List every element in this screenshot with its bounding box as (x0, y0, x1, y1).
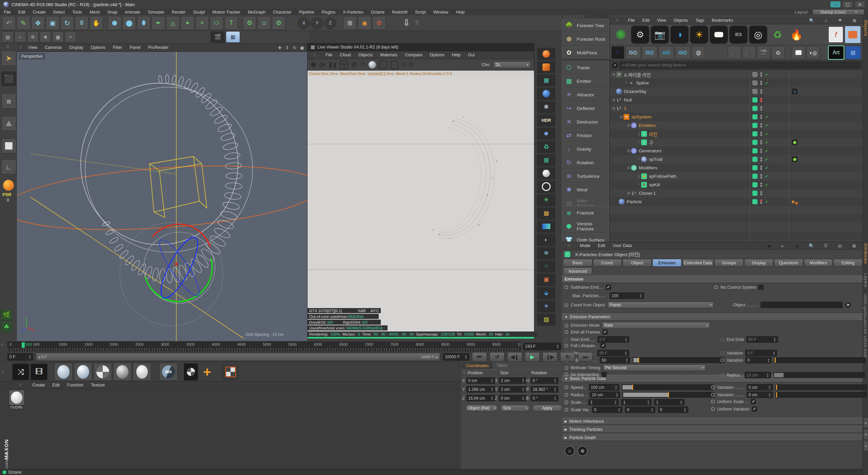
scale-x-field[interactable]: 1▲▼ (588, 399, 619, 405)
om-menu-view[interactable]: View (653, 18, 670, 23)
tree-row-emitters[interactable]: ⊟ ◷ Emitters (610, 121, 656, 130)
live-viewer-title-bar[interactable]: Live Viewer Studio V4.01.1-R2 (8 days le… (308, 43, 534, 51)
render-clip-button[interactable]: 🎬 (211, 31, 225, 43)
diffuse-material-button[interactable] (54, 363, 73, 381)
viewport-menu-filter[interactable]: Filter (109, 45, 126, 50)
speed-slider[interactable] (622, 384, 713, 390)
timeline-playhead[interactable] (22, 342, 25, 348)
octane-environment-tag-icon[interactable]: ◑ (792, 89, 797, 94)
octane-scatter-icon[interactable]: ⁘ (537, 260, 555, 272)
checker-material-button[interactable] (94, 363, 112, 381)
bone-button[interactable]: ⌖ (195, 16, 209, 30)
om-search-input[interactable] (619, 62, 861, 69)
octane-hdr-environment-icon[interactable]: HDR (537, 114, 555, 127)
magnet-tool-button[interactable]: ⌁ (15, 32, 26, 42)
editor-visibility-toggle[interactable] (752, 72, 757, 77)
material-thumbnail[interactable] (9, 391, 24, 405)
reset-icon[interactable]: R (340, 61, 348, 69)
add-material-button[interactable]: + (199, 363, 215, 380)
hdrlightstudio-panel-tab[interactable]: HDRLightStudioC4D v2018.0208 (863, 294, 867, 358)
om-menu-objects[interactable]: Objects (670, 18, 692, 23)
character-gear-button[interactable]: ☺ (257, 16, 271, 30)
menu-select[interactable]: Select (49, 10, 68, 15)
radius-field[interactable]: 10 cm▲▼ (590, 392, 620, 398)
om-add-bookmark-icon[interactable]: ⊞ (847, 18, 862, 23)
menu-animate[interactable]: Animate (121, 10, 144, 15)
apply-button[interactable]: Apply (532, 405, 562, 412)
plugin-forester-tree[interactable]: 🌳 Forester Tree (562, 19, 609, 32)
next-frame-button[interactable]: ❙▶ (542, 352, 557, 362)
octane-vdb-fire-button[interactable]: 🔥 (788, 26, 805, 43)
octane-vdb-icon[interactable]: ▨ (537, 313, 555, 326)
tab-groups[interactable]: Groups (714, 259, 744, 267)
terrain-tool[interactable]: ✋ (90, 16, 103, 30)
gear-settings-button[interactable]: ⚙ (243, 16, 256, 30)
lifespan-variation-field[interactable]: 0 F▲▼ (745, 350, 777, 356)
render-view-button[interactable]: ◉ (358, 16, 371, 30)
viewport-pan-icon[interactable]: ✥ (276, 45, 283, 50)
rotation-b-field[interactable]: 0 °▲▼ (531, 395, 558, 401)
plugin-sidebar-grip-icon[interactable]: ⠿⠿⠿⠿⠿⠿⠿ (563, 15, 585, 19)
clear-search-icon[interactable]: ✕ (612, 62, 618, 68)
palette-grip-icon[interactable]: ⠿ (6, 45, 9, 50)
speed-variation-field[interactable]: 0 cm▲▼ (747, 384, 773, 391)
tab-coord[interactable]: Coord. (593, 259, 622, 267)
octane-scatter-button[interactable]: ♻ (769, 26, 786, 43)
tab-coordinates[interactable]: Coordinates (462, 362, 492, 369)
selection-filter-button[interactable]: ▤ (2, 32, 14, 42)
expand-icon[interactable]: ⊞ (611, 98, 616, 102)
tab-display[interactable]: Display (744, 259, 773, 267)
menu-script[interactable]: Script (411, 10, 430, 15)
rotation-p-field[interactable]: 28.382 °▲▼ (531, 386, 558, 393)
coordinate-system-button[interactable]: ⊞ (343, 16, 357, 30)
om-home-icon[interactable]: ⌂ (819, 18, 833, 23)
tree-row-xparticle-line[interactable]: ⊟ ✳ X-파티클 라인 (610, 70, 651, 79)
om-menu-file[interactable]: File (624, 18, 638, 23)
mirror-tool-button[interactable]: ⧉ (27, 32, 39, 42)
menu-redshift[interactable]: Redshift (388, 10, 411, 15)
tree-row-emitter-sphere[interactable]: └ ⁘ 구 (610, 138, 653, 147)
octane-object-tag-icon[interactable]: ⬙ (537, 287, 555, 299)
thinking-particles-fold[interactable]: ▶Thinking Particles (562, 426, 863, 433)
object-picker-icon[interactable]: ➤ (845, 302, 851, 308)
octane-mat1-button[interactable]: ⧉⚙ (625, 46, 641, 59)
om-eye-icon[interactable]: 👁 (833, 18, 847, 23)
toolbar-grip-icon[interactable]: ⠿ (413, 17, 421, 29)
range-end-field[interactable]: 10000 F▲▼ (443, 353, 469, 361)
plugin-voronoi-fracture[interactable]: ⬢ Voronoi Fracture (562, 220, 609, 233)
octane-emitter-icon[interactable]: ✳ (537, 194, 555, 206)
subframe-emit-checkbox[interactable]: ✓ (606, 285, 611, 290)
current-frame-field[interactable]: 243 F▲▼ (523, 343, 561, 350)
rotate-tool[interactable]: ↻ (60, 16, 74, 30)
move-tool[interactable]: ✥ (31, 16, 45, 30)
tree-row-spline[interactable]: └ ∿ Spline (610, 79, 649, 87)
viewport-menu-display[interactable]: Display (66, 45, 87, 50)
lv-menu-file[interactable]: File (322, 53, 336, 57)
restart-render-icon[interactable]: ⟳ (319, 61, 325, 69)
side-strip-button[interactable]: ▸ (863, 417, 868, 428)
pause-render-icon[interactable]: ❚❚ (328, 62, 337, 68)
octane-falloff-icon[interactable]: ◐ (537, 233, 555, 246)
plugin-destructor[interactable]: ✕ Destructor (562, 115, 609, 129)
layers-panel-tab[interactable]: Layers (863, 273, 868, 287)
lock-resolution-icon[interactable]: ⚿ (360, 61, 365, 69)
menu-motion-tracker[interactable]: Motion Tracker (209, 10, 244, 15)
live-selection-tool[interactable]: ✎ (17, 16, 30, 30)
tree-row-modifiers[interactable]: ⊟ ◷ Modifiers (610, 164, 657, 172)
preview-range-bar[interactable]: ◀ 0 F 10000 F ▶ (36, 353, 440, 361)
render-area[interactable]: GTX 1070[DT][6.1] %88 40°C Out-of-core u… (308, 76, 534, 331)
octane-texture-environment-button[interactable]: ◑ (670, 25, 689, 44)
octane-settings-button[interactable]: ⚙ (631, 25, 649, 44)
material-menu-function[interactable]: Function (63, 383, 87, 387)
sphere-primitive-button[interactable]: ⬤ (122, 16, 136, 30)
om-grip-icon[interactable]: ⠿ (610, 18, 624, 23)
octane-gradient-icon[interactable] (537, 220, 555, 233)
download-arrow-icon[interactable]: ⇩ (401, 17, 412, 29)
speed-field[interactable]: 100 cm▲▼ (589, 384, 619, 391)
octane-mat2-button[interactable]: ⧉⚙ (642, 46, 657, 59)
viewport-canvas[interactable]: Perspective (17, 52, 307, 341)
menu-xparticles[interactable]: X-Particles (339, 10, 367, 15)
camera2-button[interactable]: 🎥 (742, 46, 756, 59)
particle-tag-icon[interactable] (792, 201, 794, 203)
scale-y-field[interactable]: 1▲▼ (621, 399, 652, 405)
